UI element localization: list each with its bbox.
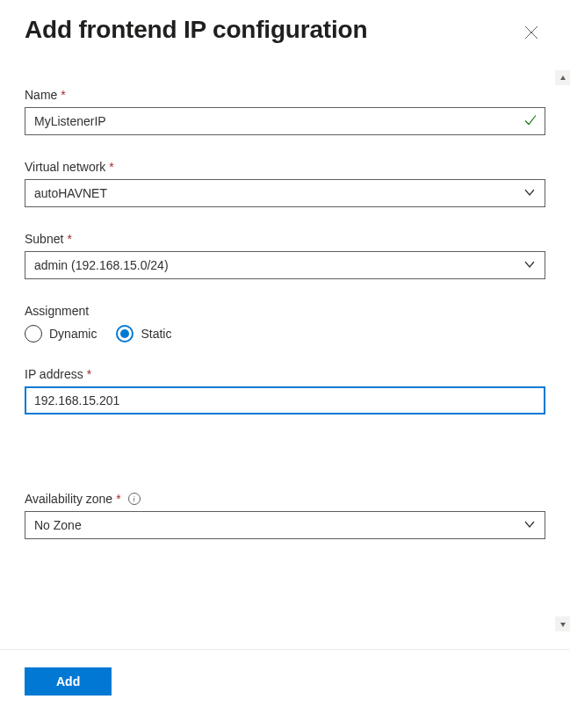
radio-icon — [25, 325, 42, 342]
panel-header: Add frontend IP configuration — [0, 0, 570, 47]
az-value: No Zone — [34, 518, 82, 532]
field-subnet: Subnet * admin (192.168.15.0/24) — [25, 232, 545, 279]
ip-input[interactable] — [34, 388, 536, 413]
subnet-label: Subnet — [25, 232, 63, 246]
scrollbar-up-button[interactable] — [555, 70, 570, 85]
radio-label-static: Static — [141, 327, 171, 341]
chevron-down-icon — [523, 518, 536, 533]
required-asterisk: * — [67, 232, 71, 246]
required-asterisk: * — [87, 367, 91, 381]
az-select[interactable]: No Zone — [25, 511, 545, 539]
svg-marker-3 — [560, 623, 566, 627]
close-button[interactable] — [517, 19, 545, 47]
chevron-down-icon — [523, 186, 536, 201]
radio-dot-icon — [120, 329, 129, 338]
radio-static[interactable]: Static — [116, 325, 171, 342]
spacer — [25, 439, 545, 492]
subnet-label-row: Subnet * — [25, 232, 545, 246]
assignment-label-row: Assignment — [25, 304, 545, 318]
name-label-row: Name * — [25, 88, 545, 102]
required-asterisk: * — [61, 88, 65, 102]
add-button[interactable]: Add — [25, 667, 112, 696]
ip-label-row: IP address * — [25, 367, 545, 381]
ip-label: IP address — [25, 367, 83, 381]
assignment-label: Assignment — [25, 304, 89, 318]
name-label: Name — [25, 88, 57, 102]
checkmark-icon — [523, 113, 538, 130]
close-icon — [524, 25, 538, 42]
radio-label-dynamic: Dynamic — [49, 327, 97, 341]
assignment-radio-group: Dynamic Static — [25, 325, 545, 342]
vnet-select[interactable]: autoHAVNET — [25, 179, 545, 207]
az-label-row: Availability zone * i — [25, 492, 545, 506]
info-icon[interactable]: i — [128, 493, 141, 505]
field-assignment: Assignment Dynamic Static — [25, 304, 545, 342]
required-asterisk: * — [116, 492, 120, 506]
required-asterisk: * — [109, 160, 113, 174]
name-input-wrapper[interactable] — [25, 107, 545, 135]
chevron-down-icon — [523, 258, 536, 273]
name-input[interactable] — [34, 108, 536, 134]
vnet-label-row: Virtual network * — [25, 160, 545, 174]
panel-footer: Add — [0, 649, 570, 728]
ip-input-wrapper[interactable] — [25, 386, 545, 414]
field-availability-zone: Availability zone * i No Zone — [25, 492, 545, 539]
radio-dynamic[interactable]: Dynamic — [25, 325, 97, 342]
svg-marker-2 — [560, 76, 566, 80]
subnet-value: admin (192.168.15.0/24) — [34, 258, 169, 272]
scrollbar-down-button[interactable] — [555, 616, 570, 631]
vnet-label: Virtual network — [25, 160, 105, 174]
field-name: Name * — [25, 88, 545, 135]
vnet-value: autoHAVNET — [34, 186, 107, 200]
form-scroll-area[interactable]: Name * Virtual network * autoHAVNET S — [0, 70, 570, 631]
field-virtual-network: Virtual network * autoHAVNET — [25, 160, 545, 207]
subnet-select[interactable]: admin (192.168.15.0/24) — [25, 251, 545, 279]
bottom-padding — [25, 564, 545, 631]
radio-icon-selected — [116, 325, 133, 342]
field-ip-address: IP address * — [25, 367, 545, 414]
page-title: Add frontend IP configuration — [25, 16, 367, 44]
az-label: Availability zone — [25, 492, 112, 506]
